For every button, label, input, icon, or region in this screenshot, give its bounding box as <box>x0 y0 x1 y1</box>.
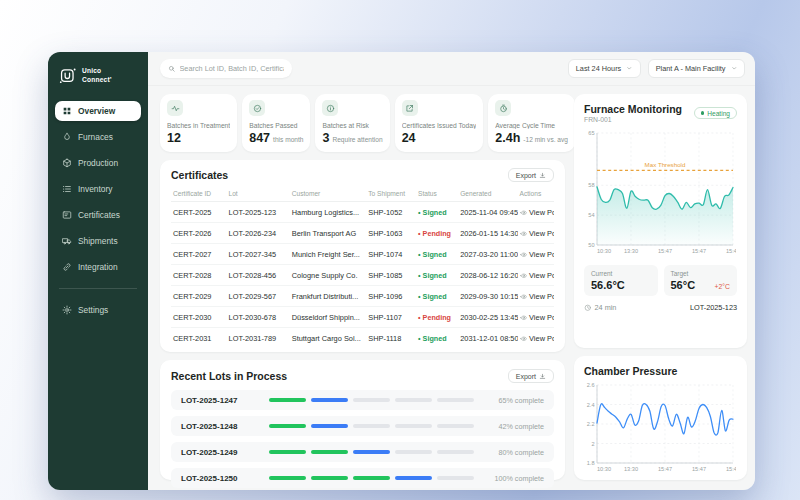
time-range-label: Last 24 Hours <box>576 64 621 73</box>
left-column: Batches in Treatment12Batches Passed847t… <box>160 94 565 480</box>
progress-segment-done <box>269 476 306 480</box>
target-value: 56°C <box>671 279 696 291</box>
plant-label: Plant A - Main Facility <box>656 64 726 73</box>
svg-text:50: 50 <box>588 242 594 248</box>
svg-text:54: 54 <box>588 212 594 218</box>
customer: Munich Freight Ser... <box>290 244 367 265</box>
sidebar-item-label: Inventory <box>78 184 112 194</box>
eye-icon <box>520 209 528 217</box>
svg-text:13:30: 13:30 <box>624 466 638 472</box>
kpi-card-average-cycle-time: Average Cycle Time2.4h-12 min vs. avg <box>488 94 575 152</box>
plant-dropdown[interactable]: Plant A - Main Facility <box>648 59 745 78</box>
list-icon <box>62 184 72 194</box>
search-input[interactable] <box>180 64 285 73</box>
sidebar-item-overview[interactable]: Overview <box>55 101 141 121</box>
sidebar-item-inventory[interactable]: Inventory <box>55 179 141 199</box>
kpi-subtext: this month <box>273 136 303 143</box>
progress-segment-active <box>311 398 348 402</box>
furnace-temperature-chart: 6558545010:3013:3015:4715:4715:47Max Thr… <box>584 127 737 261</box>
lot-link[interactable]: LOT-2030-678 <box>227 307 290 328</box>
progress-segment-active <box>353 450 390 454</box>
lot-link[interactable]: LOT-2029-567 <box>227 286 290 307</box>
kpi-card-batches-at-risk: Batches at Risk3Require attention <box>315 94 389 152</box>
search-icon <box>168 65 176 73</box>
sidebar-item-production[interactable]: Production <box>55 153 141 173</box>
progress-segments <box>269 476 474 480</box>
chevron-down-icon <box>731 65 738 72</box>
generated-timestamp: 2031-12-01 08:50 <box>458 328 517 349</box>
badge-label: Heating <box>707 110 730 117</box>
certificate-id: CERT-2029 <box>171 286 227 307</box>
lot-link[interactable]: LOT-2027-345 <box>227 244 290 265</box>
certificates-export-button[interactable]: Export <box>508 168 554 182</box>
time-range-dropdown[interactable]: Last 24 Hours <box>568 59 641 78</box>
progress-segments <box>269 398 474 402</box>
kpi-card-batches-passed: Batches Passed847this month <box>242 94 310 152</box>
view-pdf-action[interactable]: View Pdf <box>518 286 554 307</box>
column-header: Lot <box>227 187 290 202</box>
lots-title: Recent Lots in Process <box>171 370 287 382</box>
lot-progress-list: LOT-2025-124765% completeLOT-2025-124842… <box>171 390 554 488</box>
elapsed-time: 24 min <box>584 303 616 312</box>
view-pdf-action[interactable]: View Pdf <box>518 244 554 265</box>
truck-icon <box>62 236 72 246</box>
svg-text:15:47: 15:47 <box>692 248 706 254</box>
svg-text:2.2: 2.2 <box>587 421 595 427</box>
lot-link[interactable]: LOT-2026-234 <box>227 223 290 244</box>
sidebar-item-furnaces[interactable]: Furnaces <box>55 127 141 147</box>
generated-timestamp: 2030-02-25 13:45 <box>458 307 517 328</box>
lot-completion: 65% complete <box>482 396 544 405</box>
progress-segment-active <box>311 424 348 428</box>
pressure-title: Chamber Pressure <box>584 365 737 377</box>
shipment-id: SHP-1118 <box>366 328 416 349</box>
kpi-label: Batches in Treatment <box>167 122 230 129</box>
view-pdf-action[interactable]: View Pdf <box>518 223 554 244</box>
view-pdf-action[interactable]: View Pdf <box>518 328 554 349</box>
shipment-id: SHP-1107 <box>366 307 416 328</box>
sidebar-item-label: Furnaces <box>78 132 113 142</box>
kpi-row: Batches in Treatment12Batches Passed847t… <box>160 94 565 152</box>
column-header: Certificate ID <box>171 187 227 202</box>
kpi-card-certificates-issued-today: Certificates Issued Today24 <box>395 94 484 152</box>
lot-id: LOT-2025-1249 <box>181 448 261 457</box>
sidebar-item-shipments[interactable]: Shipments <box>55 231 141 251</box>
certificate-id: CERT-2027 <box>171 244 227 265</box>
certificate-id: CERT-2031 <box>171 328 227 349</box>
table-row: CERT-2028LOT-2028-456Cologne Supply Co.S… <box>171 265 554 286</box>
kpi-subtext: Require attention <box>332 136 382 143</box>
lot-id: LOT-2025-1247 <box>181 396 261 405</box>
lots-export-button[interactable]: Export <box>508 369 554 383</box>
sidebar-item-settings[interactable]: Settings <box>55 300 141 320</box>
lot-link[interactable]: LOT-2028-456 <box>227 265 290 286</box>
view-pdf-action[interactable]: View Pdf <box>518 265 554 286</box>
sidebar-item-label: Settings <box>78 305 108 315</box>
lot-link[interactable]: LOT-2031-789 <box>227 328 290 349</box>
lot-completion: 42% complete <box>482 422 544 431</box>
shipment-id: SHP-1074 <box>366 244 416 265</box>
dashboard-content: Batches in Treatment12Batches Passed847t… <box>148 86 755 490</box>
chamber-pressure-chart: 2.62.42.221.810:3013:3015:4715:4715:47 <box>584 381 737 479</box>
progress-segment-pending <box>437 424 474 428</box>
sidebar-nav: OverviewFurnacesProductionInventoryCerti… <box>55 101 141 283</box>
svg-text:10:30: 10:30 <box>597 466 611 472</box>
column-header: Status <box>416 187 458 202</box>
customer: Frankfurt Distributi... <box>290 286 367 307</box>
view-pdf-action[interactable]: View Pdf <box>518 307 554 328</box>
global-search[interactable] <box>160 59 292 78</box>
target-label: Target <box>671 270 731 277</box>
view-pdf-action[interactable]: View Pdf <box>518 202 554 223</box>
status-badge: • Signed <box>418 271 446 280</box>
sidebar: Unico Connect’ OverviewFurnacesProductio… <box>48 52 148 490</box>
svg-text:2: 2 <box>591 441 594 447</box>
status-badge: • Signed <box>418 208 446 217</box>
current-label: Current <box>591 270 651 277</box>
flame-icon <box>62 132 72 142</box>
svg-text:2.6: 2.6 <box>587 382 595 388</box>
sidebar-item-label: Certificates <box>78 210 120 220</box>
sidebar-item-integration[interactable]: Integration <box>55 257 141 277</box>
progress-segment-done <box>269 450 306 454</box>
lot-progress-row: LOT-2025-124842% complete <box>171 416 554 436</box>
lot-link[interactable]: LOT-2025-123 <box>227 202 290 223</box>
sidebar-item-certificates[interactable]: Certificates <box>55 205 141 225</box>
column-header: Customer <box>290 187 367 202</box>
